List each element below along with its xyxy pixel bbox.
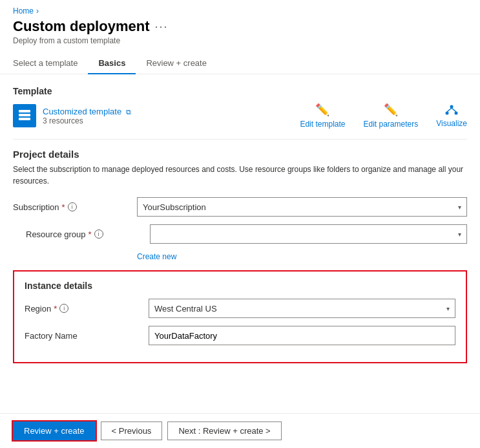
breadcrumb-separator: › <box>36 6 39 16</box>
tab-bar: Select a template Basics Review + create <box>0 53 480 74</box>
template-name-link[interactable]: Customized template ⧉ <box>43 107 131 116</box>
svg-line-7 <box>452 108 456 112</box>
previous-button[interactable]: < Previous <box>101 421 163 440</box>
svg-rect-2 <box>19 118 30 120</box>
factory-name-field[interactable] <box>154 331 450 341</box>
subscription-chevron-icon: ▾ <box>458 204 461 211</box>
factory-name-input[interactable] <box>149 326 455 345</box>
template-info: Customized template ⧉ 3 resources <box>43 107 131 125</box>
edit-template-button[interactable]: ✏️ Edit template <box>300 103 345 129</box>
region-info-icon[interactable]: i <box>59 304 68 313</box>
next-button[interactable]: Next : Review + create > <box>167 421 281 440</box>
subscription-required: * <box>62 202 65 212</box>
region-dropdown[interactable]: West Central US ▾ <box>149 299 455 318</box>
review-create-button[interactable]: Review + create <box>13 421 96 440</box>
subscription-info-icon[interactable]: i <box>68 202 77 211</box>
visualize-icon <box>445 103 458 116</box>
template-actions: ✏️ Edit template ✏️ Edit parameters <box>300 103 467 129</box>
svg-line-6 <box>447 108 452 112</box>
breadcrumb-home[interactable]: Home <box>13 6 34 16</box>
external-link-icon: ⧉ <box>126 108 131 116</box>
project-details-title: Project details <box>13 149 467 160</box>
edit-parameters-button[interactable]: ✏️ Edit parameters <box>363 103 418 129</box>
subscription-row: Subscription * i YourSubscription ▾ <box>13 197 467 217</box>
template-box: Customized template ⧉ 3 resources ✏️ Edi… <box>13 103 467 129</box>
subscription-dropdown[interactable]: YourSubscription ▾ <box>137 197 467 217</box>
template-info-block: Customized template ⧉ 3 resources <box>13 104 131 127</box>
tab-select-template[interactable]: Select a template <box>13 53 88 74</box>
project-details-desc: Select the subscription to manage deploy… <box>13 164 467 187</box>
tab-review-create[interactable]: Review + create <box>136 53 217 74</box>
svg-point-3 <box>450 105 454 109</box>
region-required: * <box>54 304 57 314</box>
svg-point-4 <box>446 112 449 115</box>
visualize-label: Visualize <box>436 119 467 128</box>
footer-bar: Review + create < Previous Next : Review… <box>0 413 480 448</box>
subscription-value: YourSubscription <box>143 202 206 212</box>
instance-details-box: Instance details Region * i West Central… <box>13 270 467 363</box>
svg-rect-0 <box>19 110 30 112</box>
tab-basics[interactable]: Basics <box>88 53 136 74</box>
resource-group-dropdown[interactable]: ▾ <box>150 224 467 244</box>
resource-group-label: Resource group * i <box>26 229 142 239</box>
edit-parameters-label: Edit parameters <box>363 120 418 129</box>
breadcrumb: Home › <box>0 0 480 18</box>
page-subtitle: Deploy from a custom template <box>13 36 467 45</box>
resource-group-row: Resource group * i ▾ <box>26 224 467 244</box>
subscription-label: Subscription * i <box>13 202 129 212</box>
region-chevron-icon: ▾ <box>446 305 450 312</box>
edit-template-icon: ✏️ <box>315 103 329 117</box>
edit-parameters-icon: ✏️ <box>384 103 398 117</box>
page-header: Custom deployment ··· Deploy from a cust… <box>0 18 480 53</box>
template-section-title: Template <box>13 86 467 96</box>
svg-rect-1 <box>19 114 30 116</box>
instance-details-title: Instance details <box>25 281 455 291</box>
page-title: Custom deployment <box>13 18 149 35</box>
region-row: Region * i West Central US ▾ <box>25 299 455 318</box>
resource-group-chevron-icon: ▾ <box>458 231 461 238</box>
divider-1 <box>13 139 467 140</box>
create-new-link[interactable]: Create new <box>137 252 176 261</box>
page-options-icon[interactable]: ··· <box>154 20 168 34</box>
resource-count: 3 resources <box>43 116 131 125</box>
region-label: Region * i <box>25 304 141 314</box>
edit-template-label: Edit template <box>300 120 345 129</box>
svg-point-5 <box>455 112 458 115</box>
factory-name-row: Factory Name <box>25 326 455 345</box>
factory-name-label: Factory Name <box>25 331 141 341</box>
resource-group-required: * <box>89 229 92 239</box>
resource-group-info-icon[interactable]: i <box>94 229 103 239</box>
region-value: West Central US <box>154 304 217 314</box>
template-icon <box>13 104 36 127</box>
visualize-button[interactable]: Visualize <box>436 103 467 129</box>
